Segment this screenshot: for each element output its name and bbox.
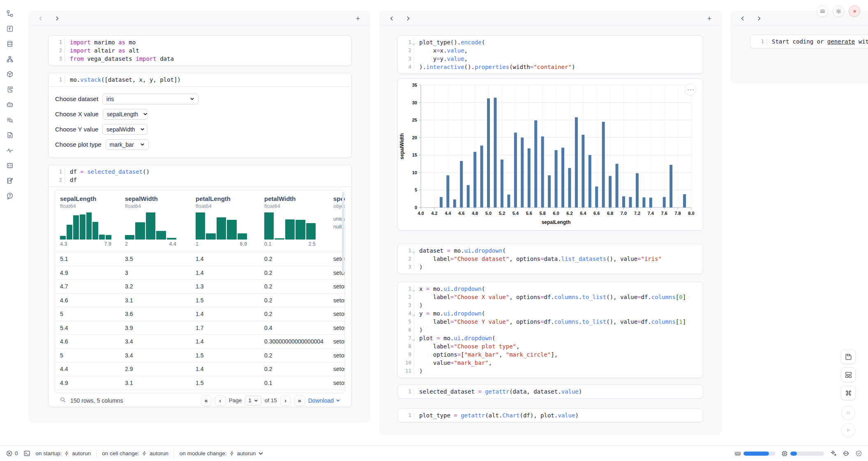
connection-status-button[interactable]: [855, 450, 862, 457]
cell-plot-expression[interactable]: 1plot_type().encode(2 x=x.value,3 y=y.va…: [397, 35, 703, 74]
page-select[interactable]: 1: [245, 396, 261, 406]
column-prev-button[interactable]: [738, 14, 748, 23]
column-next-button[interactable]: [403, 14, 413, 23]
dropdown-select[interactable]: mark_bar: [106, 139, 149, 150]
cell-dataset-dropdown[interactable]: 1dataset = mo.ui.dropdown(2 label="Choos…: [397, 244, 703, 274]
table-row[interactable]: 4.93.11.50.1setosa: [55, 376, 345, 390]
scratchpad-icon[interactable]: [6, 177, 14, 184]
cell-xy-plot-dropdowns[interactable]: 1x = mo.ui.dropdown(2 label="Choose X va…: [397, 282, 703, 378]
table-column-header[interactable]: petalLengthfloat6416.9: [191, 190, 259, 252]
table-row[interactable]: 4.63.11.50.2setosa: [55, 294, 345, 308]
memory-usage-meter[interactable]: [734, 450, 776, 457]
settings-button[interactable]: [833, 5, 844, 17]
code-editor[interactable]: 1x = mo.ui.dropdown(2 label="Choose X va…: [398, 282, 703, 378]
code-editor[interactable]: 1import marimo as mo2import altair as al…: [48, 36, 351, 65]
packages-icon[interactable]: [6, 71, 14, 78]
fold-chevron-icon[interactable]: [412, 336, 416, 340]
svg-text:6.0: 6.0: [553, 211, 559, 216]
chart-menu-button[interactable]: [685, 84, 696, 95]
first-page-button[interactable]: «: [201, 395, 212, 406]
table-row[interactable]: 4.63.41.40.30000000000000004setosa: [55, 335, 345, 349]
cpu-usage-meter[interactable]: [781, 450, 824, 457]
column-prev-button[interactable]: [387, 14, 397, 23]
fold-chevron-icon[interactable]: [412, 287, 416, 290]
search-icon[interactable]: [60, 396, 66, 404]
add-column-button[interactable]: [353, 14, 363, 23]
shutdown-button[interactable]: [849, 5, 860, 17]
code-editor[interactable]: 1selected_dataset = getattr(data, datase…: [398, 385, 703, 398]
layout-toggle-button[interactable]: [841, 367, 856, 382]
logs-icon[interactable]: [6, 86, 14, 93]
terminal-toggle[interactable]: [23, 450, 30, 457]
prev-page-button[interactable]: ‹: [215, 395, 226, 406]
run-mode-3[interactable]: on module change:autorun: [180, 450, 264, 456]
run-mode-1[interactable]: on startup:autorun: [36, 450, 91, 456]
search-logs-icon[interactable]: [6, 116, 14, 124]
table-row[interactable]: 4.931.40.2setosa: [55, 266, 345, 280]
variables-icon[interactable]: [6, 25, 14, 32]
code-editor[interactable]: 1df = selected_dataset()2df: [48, 165, 351, 187]
run-all-button[interactable]: [841, 423, 855, 437]
table-row[interactable]: 5.43.91.70.4setosa: [55, 321, 345, 335]
line-number: 1: [48, 168, 65, 176]
errors-indicator[interactable]: 0: [6, 450, 18, 457]
cell-dataframe[interactable]: 1df = selected_dataset()2df sepalLengthf…: [48, 165, 352, 407]
fold-chevron-icon[interactable]: [412, 249, 416, 252]
dropdown-select[interactable]: sepalWidth: [102, 124, 148, 135]
table-row[interactable]: 5.13.51.40.2setosa: [55, 252, 345, 266]
code-editor[interactable]: 1plot_type().encode(2 x=x.value,3 y=y.va…: [398, 36, 703, 74]
datasources-icon[interactable]: [6, 40, 14, 48]
code-editor[interactable]: 1mo.vstack([dataset, x, y, plot]): [48, 73, 351, 87]
column-next-button[interactable]: [52, 14, 62, 23]
table-column-header[interactable]: petalWidthfloat640.12.5: [259, 190, 328, 252]
snippets-icon[interactable]: [6, 162, 14, 169]
cell-selected-dataset[interactable]: 1selected_dataset = getattr(data, datase…: [397, 385, 703, 399]
svg-text:5.0: 5.0: [485, 211, 492, 216]
line-number: 11: [398, 367, 414, 375]
column-prev-button[interactable]: [36, 14, 46, 23]
next-page-button[interactable]: ›: [280, 395, 291, 406]
code-editor[interactable]: 1dataset = mo.ui.dropdown(2 label="Choos…: [398, 244, 703, 274]
notebook-menu-button[interactable]: [817, 5, 828, 17]
copilot-button[interactable]: [843, 450, 850, 457]
tracing-icon[interactable]: [6, 147, 14, 154]
table-column-header[interactable]: sepalLengthfloat644.37.9: [55, 190, 120, 252]
download-button[interactable]: Download: [308, 397, 340, 404]
dropdown-label: Choose plot type: [55, 141, 102, 148]
documentation-icon[interactable]: [6, 131, 14, 139]
stop-kernel-button[interactable]: [841, 406, 855, 420]
cell-empty-new[interactable]: 1 Start coding or generate with AI.: [750, 35, 868, 48]
dropdown-select[interactable]: iris: [102, 94, 199, 104]
save-button[interactable]: [841, 349, 856, 364]
column-next-button[interactable]: [754, 14, 764, 23]
cell-vstack[interactable]: 1mo.vstack([dataset, x, y, plot]) Choose…: [48, 73, 352, 158]
chat-icon[interactable]: [6, 101, 14, 108]
help-icon[interactable]: [6, 192, 14, 200]
fold-chevron-icon[interactable]: [412, 311, 416, 315]
table-row[interactable]: 4.73.21.30.2setosa: [55, 280, 345, 294]
notebook-column-1: 1import marimo as mo2import altair as al…: [29, 11, 370, 422]
fold-chevron-icon[interactable]: [412, 40, 416, 44]
table-row[interactable]: 53.61.40.2setosa: [55, 307, 345, 321]
cell-imports[interactable]: 1import marimo as mo2import altair as al…: [48, 35, 352, 66]
editor-placeholder[interactable]: Start coding or generate with AI.: [767, 37, 868, 46]
cell-plot-type[interactable]: 1plot_type = getattr(alt.Chart(df), plot…: [397, 408, 703, 422]
svg-text:5.6: 5.6: [526, 211, 532, 216]
notebook-column-2: 1plot_type().encode(2 x=x.value,3 y=y.va…: [380, 11, 721, 434]
code-editor[interactable]: 1plot_type = getattr(alt.Chart(df), plot…: [398, 409, 703, 422]
keyboard-shortcuts-button[interactable]: [841, 385, 856, 400]
dropdown-select[interactable]: sepalLength: [103, 109, 148, 120]
file-explorer-icon[interactable]: [6, 10, 14, 17]
last-page-button[interactable]: »: [294, 395, 305, 406]
add-column-button[interactable]: [704, 14, 714, 23]
dependencies-icon[interactable]: [6, 55, 14, 63]
table-row[interactable]: 53.41.50.2setosa: [55, 349, 345, 363]
chart[interactable]: 051015202530354.04.24.44.64.85.05.25.45.…: [398, 79, 703, 228]
row-count-label: 150 rows, 5 columns: [70, 397, 123, 404]
generate-with-ai-link[interactable]: generate: [827, 38, 855, 45]
run-mode-2[interactable]: on cell change:autorun: [102, 450, 169, 456]
table-row[interactable]: 4.42.91.40.2setosa: [55, 362, 345, 376]
ai-features-button[interactable]: [830, 450, 837, 457]
table-scrollbar[interactable]: [342, 192, 344, 274]
table-column-header[interactable]: sepalWidthfloat6424.4: [120, 190, 191, 252]
